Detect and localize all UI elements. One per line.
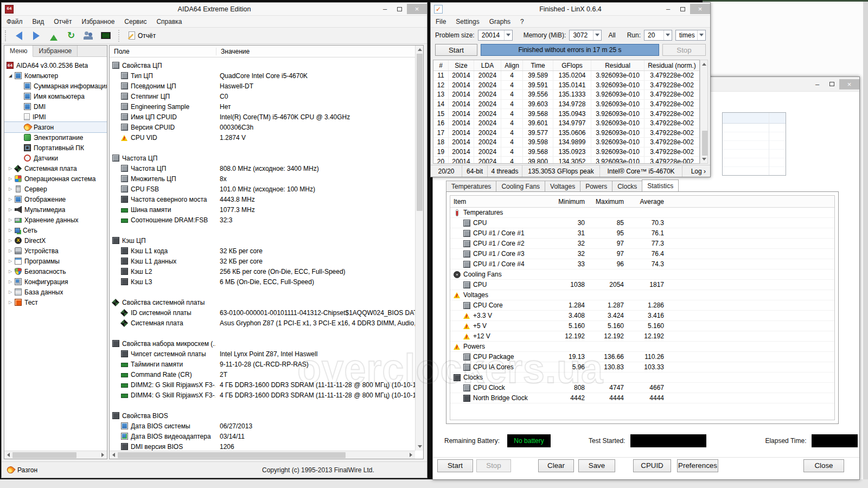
scroll-down-icon[interactable] [700, 155, 708, 163]
menu-item[interactable]: Отчёт [49, 16, 76, 27]
menu-item[interactable]: File [431, 16, 451, 27]
expander-icon[interactable] [9, 187, 15, 191]
statistics-row[interactable]: CPU Core 1.284 1.287 1.286 [450, 300, 834, 311]
tree-item[interactable]: Программы [4, 256, 107, 266]
expander-icon[interactable] [9, 74, 15, 78]
maximize-icon[interactable] [675, 4, 690, 14]
field-row[interactable]: Свойства BIOS [110, 410, 415, 421]
menu-item[interactable]: ? [515, 16, 529, 27]
scrollbar-thumb[interactable] [118, 452, 346, 458]
statistics-row[interactable]: +3.3 V 3.408 3.424 3.416 [450, 311, 834, 321]
results-column-header[interactable]: Size [449, 60, 474, 70]
stability-tab[interactable]: Voltages [545, 181, 580, 192]
results-column-header[interactable]: # [433, 60, 449, 70]
field-row[interactable]: Системная плата Asus Gryphon Z87 (1 PCI-… [110, 318, 415, 328]
run-units-select[interactable]: times [675, 30, 706, 41]
report-button[interactable]: Отчёт [124, 29, 160, 42]
statistics-row[interactable]: Temperatures [450, 208, 834, 218]
minimize-icon[interactable]: – [661, 4, 675, 14]
field-row[interactable]: Кэш L1 данных 32 КБ per core [110, 256, 415, 266]
tree-item[interactable]: Разгон [4, 122, 107, 132]
menu-item[interactable]: Избранное [77, 16, 120, 27]
tree-item[interactable]: Сервер [4, 184, 107, 194]
close-icon[interactable]: × [839, 79, 859, 89]
stability-tab[interactable]: Statistics [642, 179, 679, 192]
stability-tab[interactable]: Clocks [612, 181, 642, 192]
tree-item[interactable]: Имя компьютера [4, 91, 107, 101]
report-hscrollbar[interactable] [110, 451, 415, 459]
statistics-row[interactable]: CPU #1 / Core #4 33 96 74.3 [450, 259, 834, 269]
scroll-right-icon[interactable] [407, 451, 415, 459]
tree-item[interactable]: Тест [4, 297, 107, 307]
stability-tab[interactable]: Cooling Fans [496, 181, 545, 192]
statistics-row[interactable]: +5 V 5.160 5.160 5.160 [450, 321, 834, 331]
menu-item[interactable]: Вид [28, 16, 49, 27]
stability-button[interactable]: Start [437, 459, 473, 472]
field-row[interactable]: Соотношение DRAM:FSB 32:3 [110, 215, 415, 225]
tree-item[interactable]: Устройства [4, 246, 107, 256]
expander-icon[interactable] [9, 197, 15, 202]
menu-item[interactable]: Сервис [119, 16, 151, 27]
field-row[interactable]: Кэш L3 6 МБ (On-Die, ECC, Full-Speed) [110, 277, 415, 287]
scrollbar-thumb[interactable] [12, 452, 76, 458]
results-scrollbar[interactable] [700, 60, 708, 164]
field-row[interactable]: DIMM4: G Skill RipjawsX F3-... 4 ГБ DDR3… [110, 390, 415, 400]
statistics-row[interactable]: CPU #1 / Core #2 32 97 77.3 [450, 239, 834, 249]
tree-item[interactable]: Портативный ПК [4, 143, 107, 153]
scroll-left-icon[interactable] [4, 451, 12, 459]
tree-item[interactable]: Сеть [4, 225, 107, 235]
stability-tab[interactable]: Powers [580, 181, 612, 192]
field-row[interactable]: Тайминги памяти 9-11-10-28 (CL-RCD-RP-RA… [110, 359, 415, 369]
field-row[interactable]: DIMM2: G Skill RipjawsX F3-... 4 ГБ DDR3… [110, 380, 415, 390]
statistics-row[interactable]: CPU 1038 2054 1817 [450, 280, 834, 290]
expander-icon[interactable] [9, 249, 15, 253]
maximize-icon[interactable] [392, 4, 407, 14]
problem-size-select[interactable]: 20014 [478, 30, 513, 41]
expander-icon[interactable] [9, 269, 15, 274]
field-row[interactable]: Command Rate (CR) 2T [110, 369, 415, 380]
statistics-row[interactable]: CPU #1 / Core #1 31 95 76.1 [450, 228, 834, 239]
results-column-header[interactable]: Align [501, 60, 523, 70]
results-row[interactable]: 13 20014 20024 4 39.556 135.1333 3.92609… [433, 90, 699, 100]
scroll-right-icon[interactable] [99, 451, 107, 459]
log-button[interactable]: Log › [687, 165, 710, 177]
field-row[interactable] [110, 225, 415, 235]
tree-item[interactable]: Мультимедиа [4, 204, 107, 215]
field-row[interactable]: Engineering Sample Нет [110, 101, 415, 112]
results-row[interactable]: 18 20014 20024 4 39.598 134.9899 3.92609… [433, 138, 699, 147]
results-column-header[interactable]: Time [523, 60, 553, 70]
results-row[interactable]: 17 20014 20024 4 39.577 135.0606 3.92609… [433, 129, 699, 138]
results-column-header[interactable]: LDA [474, 60, 501, 70]
minimize-icon[interactable]: – [378, 4, 392, 14]
report-vscrollbar[interactable] [415, 46, 423, 451]
refresh-button[interactable]: ↻ [63, 29, 79, 42]
tab-favorites[interactable]: Избранное [33, 46, 78, 56]
field-row[interactable]: Кэш L2 256 КБ per core (On-Die, ECC, Ful… [110, 266, 415, 277]
field-row[interactable]: ID системной платы 63-0100-000001-001011… [110, 307, 415, 318]
tree-item[interactable]: Операционная система [4, 174, 107, 184]
field-row[interactable]: Частота ЦП [110, 153, 415, 163]
scrollbar-thumb[interactable] [417, 54, 423, 211]
results-row[interactable]: 14 20014 20024 4 39.603 134.9728 3.92609… [433, 100, 699, 110]
statistics-row[interactable]: Cooling Fans [450, 269, 834, 280]
field-row[interactable]: Частота северного моста 4443.8 MHz [110, 194, 415, 204]
statistics-row[interactable]: CPU Clock 808 4747 4667 [450, 383, 834, 393]
expander-icon[interactable] [9, 218, 15, 222]
tab-menu[interactable]: Меню [4, 46, 33, 57]
stability-button[interactable]: Clear [538, 459, 574, 472]
tree-item[interactable]: DMI [4, 101, 107, 112]
scroll-left-icon[interactable] [110, 451, 118, 459]
menu-item[interactable]: Файл [2, 16, 28, 27]
close-icon[interactable]: × [407, 4, 427, 14]
field-row[interactable]: Псевдоним ЦП Haswell-DT [110, 81, 415, 91]
scroll-up-icon[interactable] [700, 60, 708, 68]
minimize-icon[interactable]: – [810, 79, 825, 89]
tree-item[interactable]: IPMI [4, 112, 107, 122]
remote-monitor-button[interactable] [98, 29, 113, 42]
results-column-header[interactable]: GFlops [553, 60, 591, 70]
field-row[interactable]: Дата BIOS видеоадаптера 03/14/11 [110, 431, 415, 441]
results-row[interactable]: 20 20014 20024 4 39.800 134.3052 3.92609… [433, 157, 699, 164]
back-button[interactable] [11, 29, 27, 42]
expander-icon[interactable] [9, 228, 15, 233]
tree-item[interactable]: Хранение данных [4, 215, 107, 225]
